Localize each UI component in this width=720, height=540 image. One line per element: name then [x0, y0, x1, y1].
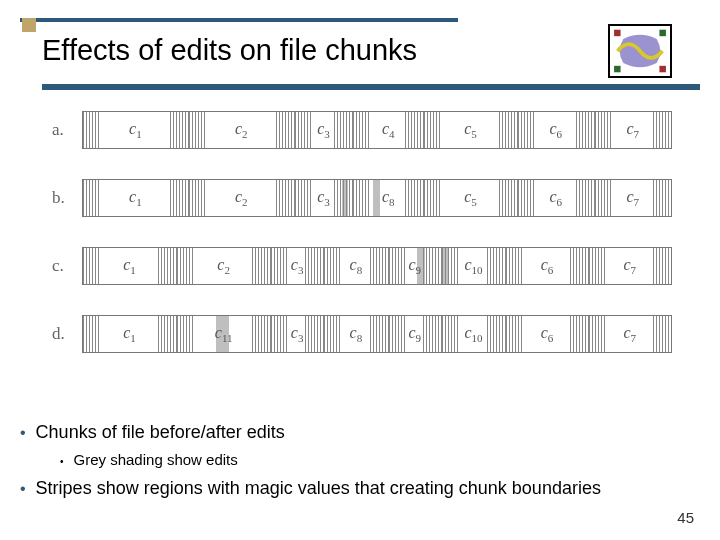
chunk: c9 [389, 316, 442, 352]
chunk-label: c3 [291, 324, 304, 344]
chunk-label: c2 [235, 188, 248, 208]
chunk-label: c11 [215, 324, 233, 344]
chunk-label: c6 [549, 120, 562, 140]
chunk: c3 [271, 316, 324, 352]
boundary-stripe [271, 316, 289, 352]
chunk-label: c5 [464, 120, 477, 140]
chunk: c2 [189, 112, 295, 148]
boundary-stripe [389, 248, 407, 284]
boundary-stripe [442, 316, 460, 352]
boundary-stripe [570, 248, 588, 284]
boundary-stripe [589, 248, 607, 284]
chunk-label: c8 [350, 256, 363, 276]
boundary-stripe [423, 248, 441, 284]
boundary-stripe [595, 112, 613, 148]
title-rule [20, 18, 458, 22]
chunk: c3 [295, 112, 354, 148]
chunk: c8 [324, 248, 389, 284]
boundary-stripe [324, 316, 342, 352]
boundary-stripe [252, 248, 270, 284]
chunk: c3 [271, 248, 324, 284]
chunk: c7 [589, 316, 671, 352]
chunk: c7 [595, 180, 671, 216]
diagram-row: a.c1c2c3c4c5c6c7 [52, 106, 672, 154]
chunk-label: c1 [129, 188, 142, 208]
chunk-label: c3 [317, 120, 330, 140]
boundary-stripe [405, 112, 423, 148]
row-label: a. [52, 120, 82, 140]
row-label: c. [52, 256, 82, 276]
chunk: c7 [595, 112, 671, 148]
chunk-label: c6 [541, 256, 554, 276]
boundary-stripe [370, 316, 388, 352]
chunk-label: c1 [123, 324, 136, 344]
boundary-stripe [570, 316, 588, 352]
boundary-stripe [423, 316, 441, 352]
chunk: c7 [589, 248, 671, 284]
chunk-label: c5 [464, 188, 477, 208]
svg-rect-1 [659, 30, 665, 36]
bullet-2: • Stripes show regions with magic values… [20, 476, 700, 501]
chunk: c11 [177, 316, 271, 352]
bullet-1-text: Chunks of file before/after edits [36, 420, 285, 445]
boundary-stripe [83, 248, 101, 284]
chunk-diagram: a.c1c2c3c4c5c6c7b.c1c2c3c8c5c6c7c.c1c2c3… [52, 106, 672, 378]
boundary-stripe [487, 248, 505, 284]
svg-rect-3 [659, 66, 665, 72]
chunk: c5 [424, 180, 518, 216]
boundary-stripe [442, 248, 460, 284]
diagram-row: b.c1c2c3c8c5c6c7 [52, 174, 672, 222]
bullet-list: • Chunks of file before/after edits • Gr… [20, 420, 700, 505]
boundary-stripe [334, 112, 352, 148]
boundary-stripe [576, 180, 594, 216]
bullet-2-text: Stripes show regions with magic values t… [36, 476, 601, 501]
file-bar: c1c11c3c8c9c10c6c7 [82, 315, 672, 353]
chunk: c2 [189, 180, 295, 216]
chunk: c4 [353, 112, 424, 148]
boundary-stripe [305, 248, 323, 284]
chunk: c10 [442, 248, 507, 284]
boundary-stripe [189, 112, 207, 148]
boundary-stripe [334, 180, 352, 216]
boundary-stripe [189, 180, 207, 216]
boundary-stripe [499, 112, 517, 148]
bullet-1-sub-text: Grey shading show edits [74, 449, 238, 470]
bullet-1: • Chunks of file before/after edits [20, 420, 700, 445]
boundary-stripe [158, 316, 176, 352]
chunk: c1 [83, 180, 189, 216]
slide-title: Effects of edits on file chunks [42, 34, 417, 67]
bullet-mark-icon: • [20, 478, 26, 500]
boundary-stripe [295, 180, 313, 216]
chunk-label: c7 [623, 256, 636, 276]
bullet-mark-icon: • [20, 422, 26, 444]
boundary-stripe [83, 316, 101, 352]
boundary-stripe [158, 248, 176, 284]
sub-rule [42, 84, 700, 90]
chunk: c3 [295, 180, 354, 216]
boundary-stripe [424, 112, 442, 148]
boundary-stripe [305, 316, 323, 352]
boundary-stripe [506, 248, 524, 284]
boundary-stripe [353, 112, 371, 148]
chunk: c2 [177, 248, 271, 284]
chunk-label: c2 [217, 256, 230, 276]
boundary-stripe [653, 316, 671, 352]
boundary-stripe [177, 248, 195, 284]
boundary-stripe [353, 180, 371, 216]
chunk-label: c8 [382, 188, 395, 208]
boundary-stripe [653, 180, 671, 216]
row-label: b. [52, 188, 82, 208]
edit-grey-region [373, 180, 380, 216]
chunk: c8 [324, 316, 389, 352]
chunk-label: c7 [623, 324, 636, 344]
chunk-label: c6 [541, 324, 554, 344]
bullet-mark-icon: • [60, 455, 64, 469]
diagram-row: c.c1c2c3c8c9c10c6c7 [52, 242, 672, 290]
slide-number: 45 [677, 509, 694, 526]
boundary-stripe [83, 180, 101, 216]
file-bar: c1c2c3c8c5c6c7 [82, 179, 672, 217]
chunk-label: c1 [129, 120, 142, 140]
boundary-stripe [424, 180, 442, 216]
boundary-stripe [405, 180, 423, 216]
boundary-stripe [487, 316, 505, 352]
